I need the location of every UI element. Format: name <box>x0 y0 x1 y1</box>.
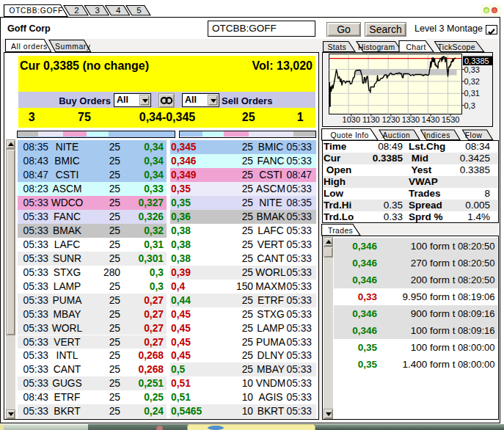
svg-text:Summary: Summary <box>55 43 91 51</box>
svg-text:Indices: Indices <box>424 131 450 139</box>
svg-text:Flow: Flow <box>465 131 483 139</box>
svg-text:Auction: Auction <box>383 131 411 139</box>
svg-text:0,32: 0,32 <box>464 77 479 86</box>
svg-text:TickScope: TickScope <box>438 43 475 51</box>
svg-text:Trades: Trades <box>328 227 353 235</box>
svg-text:0,3: 0,3 <box>464 101 475 110</box>
svg-text:2: 2 <box>74 6 78 15</box>
svg-text:Stats: Stats <box>328 43 346 51</box>
svg-text:Histogram: Histogram <box>358 43 395 51</box>
svg-text:Quote Info: Quote Info <box>331 131 369 139</box>
svg-text:1530: 1530 <box>441 115 459 124</box>
svg-text:4: 4 <box>116 6 121 15</box>
svg-text:0,31: 0,31 <box>464 89 479 98</box>
svg-text:0,3385: 0,3385 <box>464 57 489 65</box>
svg-text:1330: 1330 <box>401 115 419 124</box>
svg-text:0,33: 0,33 <box>464 65 479 74</box>
svg-text:All orders: All orders <box>11 43 48 51</box>
svg-text:1130: 1130 <box>362 115 379 124</box>
svg-text:5: 5 <box>136 6 141 15</box>
svg-text:3: 3 <box>95 6 100 15</box>
svg-text:Chart: Chart <box>406 43 426 51</box>
svg-text:1030: 1030 <box>342 115 359 124</box>
svg-text:1230: 1230 <box>381 115 399 124</box>
svg-text:1430: 1430 <box>421 115 439 124</box>
svg-text:OTCBB:GOFF: OTCBB:GOFF <box>10 7 63 15</box>
